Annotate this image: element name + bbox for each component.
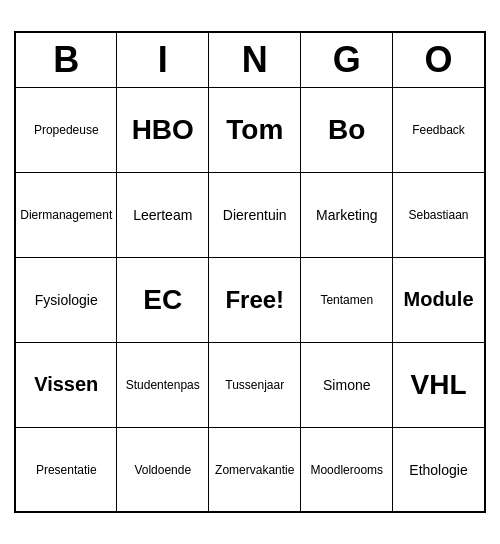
list-item: Leerteam <box>117 172 209 257</box>
list-item: Tentamen <box>301 257 393 342</box>
table-row: FysiologieECFree!TentamenModule <box>15 257 485 342</box>
table-row: PresentatieVoldoendeZomervakantieMoodler… <box>15 427 485 512</box>
header-i: I <box>117 32 209 88</box>
list-item: Marketing <box>301 172 393 257</box>
list-item: Presentatie <box>15 427 117 512</box>
list-item: Module <box>393 257 485 342</box>
list-item: Tussenjaar <box>209 342 301 427</box>
list-item: EC <box>117 257 209 342</box>
header-n: N <box>209 32 301 88</box>
list-item: Tom <box>209 87 301 172</box>
list-item: Diermanagement <box>15 172 117 257</box>
list-item: Free! <box>209 257 301 342</box>
list-item: Zomervakantie <box>209 427 301 512</box>
bingo-grid: B I N G O PropedeuseHBOTomBoFeedbackDier… <box>14 31 486 514</box>
list-item: VHL <box>393 342 485 427</box>
list-item: Voldoende <box>117 427 209 512</box>
table-row: DiermanagementLeerteamDierentuinMarketin… <box>15 172 485 257</box>
header-b: B <box>15 32 117 88</box>
header-row: B I N G O <box>15 32 485 88</box>
list-item: Simone <box>301 342 393 427</box>
list-item: Propedeuse <box>15 87 117 172</box>
list-item: Bo <box>301 87 393 172</box>
list-item: Feedback <box>393 87 485 172</box>
list-item: HBO <box>117 87 209 172</box>
list-item: Sebastiaan <box>393 172 485 257</box>
list-item: Vissen <box>15 342 117 427</box>
list-item: Fysiologie <box>15 257 117 342</box>
header-o: O <box>393 32 485 88</box>
list-item: Ethologie <box>393 427 485 512</box>
table-row: PropedeuseHBOTomBoFeedback <box>15 87 485 172</box>
table-row: VissenStudentenpasTussenjaarSimoneVHL <box>15 342 485 427</box>
list-item: Studentenpas <box>117 342 209 427</box>
list-item: Dierentuin <box>209 172 301 257</box>
list-item: Moodlerooms <box>301 427 393 512</box>
header-g: G <box>301 32 393 88</box>
